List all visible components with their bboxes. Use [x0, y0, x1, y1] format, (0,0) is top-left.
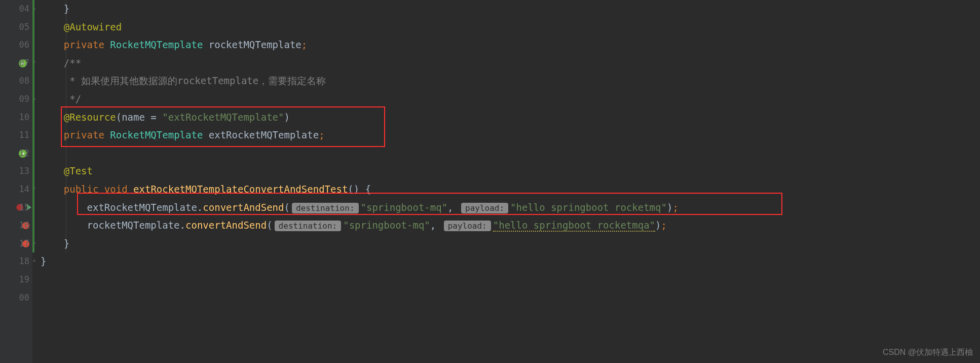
watermark: CSDN @伏加特遇上西柚	[883, 347, 973, 358]
comment: */	[64, 93, 81, 104]
inlay-hint: destination:	[275, 221, 342, 231]
type: RocketMQTemplate	[110, 129, 203, 140]
keyword: private	[64, 39, 104, 50]
line-number: 10	[0, 108, 29, 127]
inlay-hint: payload:	[461, 203, 508, 213]
line-number: 14	[0, 180, 29, 199]
string: "hello springboot rocketmq"	[510, 202, 667, 213]
identifier: rocketMQTemplate	[87, 220, 180, 231]
code-line[interactable]: }	[32, 252, 980, 271]
vcs-change-marker	[32, 0, 34, 252]
code-line[interactable]	[32, 144, 980, 163]
code-line[interactable]: rocketMQTemplate.convertAndSend(destinat…	[32, 216, 980, 235]
string: "hello springboot rocketmqa"	[493, 220, 655, 232]
method-name: extRocketMQTemplateConvertAndSendTest	[133, 184, 348, 195]
code-line[interactable]: private RocketMQTemplate rocketMQTemplat…	[32, 36, 980, 54]
annotation: @Autowired	[64, 21, 122, 32]
code-line[interactable]: }	[32, 0, 980, 18]
line-number: 06 ⇄	[0, 36, 29, 54]
code-line[interactable]: @Test	[32, 162, 980, 180]
brace: }	[41, 3, 69, 14]
line-number: 07	[0, 54, 29, 72]
line-number: 05	[0, 18, 29, 37]
code-line[interactable]: extRocketMQTemplate.convertAndSend(desti…	[32, 199, 980, 217]
comment: /**	[64, 57, 81, 68]
line-number: 15	[0, 199, 29, 217]
line-number: 08	[0, 72, 29, 90]
code-line[interactable]: private RocketMQTemplate extRocketMQTemp…	[32, 126, 980, 144]
code-line[interactable]: * 如果使用其他数据源的rocketTemplate，需要指定名称	[32, 72, 980, 90]
identifier: extRocketMQTemplate	[87, 202, 197, 213]
keyword: private	[64, 129, 104, 140]
line-number: 18	[0, 252, 29, 271]
line-number: 12	[0, 144, 29, 163]
inlay-hint: destination:	[292, 203, 359, 213]
method-call: convertAndSend	[203, 202, 284, 213]
brace: }	[41, 238, 69, 249]
code-line[interactable]: }	[32, 235, 980, 253]
line-number: 04	[0, 0, 29, 18]
comment: * 如果使用其他数据源的rocketTemplate，需要指定名称	[64, 75, 326, 86]
identifier: rocketMQTemplate	[209, 39, 301, 50]
string: "springboot-mq"	[343, 220, 430, 231]
string: "extRocketMQTemplate"	[162, 112, 284, 123]
line-number: 13	[0, 162, 29, 180]
line-number: 11 ⇄	[0, 126, 29, 144]
line-number: 17	[0, 235, 29, 253]
string: "springboot-mq"	[361, 202, 448, 213]
inlay-hint: payload:	[444, 221, 491, 231]
code-editor: 04 05 06 ⇄ 07 08 09 10 11 ⇄ 12 13 14 15	[0, 0, 980, 363]
gutter: 04 05 06 ⇄ 07 08 09 10 11 ⇄ 12 13 14 15	[0, 0, 32, 363]
annotation: @Test	[64, 165, 93, 176]
keyword: public	[64, 184, 99, 195]
code-line[interactable]: public void extRocketMQTemplateConvertAn…	[32, 180, 980, 199]
code-area[interactable]: } @Autowired private RocketMQTemplate ro…	[32, 0, 980, 363]
line-number: 19	[0, 271, 29, 289]
keyword: void	[104, 184, 128, 195]
brace: }	[41, 256, 46, 267]
line-number: 09	[0, 90, 29, 108]
line-number: 16	[0, 216, 29, 235]
code-line[interactable]: /**	[32, 54, 980, 72]
type: RocketMQTemplate	[110, 39, 203, 50]
annotation: @Resource	[64, 112, 116, 123]
identifier: extRocketMQTemplate	[209, 129, 319, 140]
method-call: convertAndSend	[185, 220, 267, 231]
code-line[interactable]: @Autowired	[32, 18, 980, 37]
code-line[interactable]: @Resource(name = "extRocketMQTemplate")	[32, 108, 980, 127]
fold-up-icon[interactable]: ▵	[32, 257, 39, 263]
code-line[interactable]: */	[32, 90, 980, 108]
line-number: 00	[0, 289, 29, 307]
